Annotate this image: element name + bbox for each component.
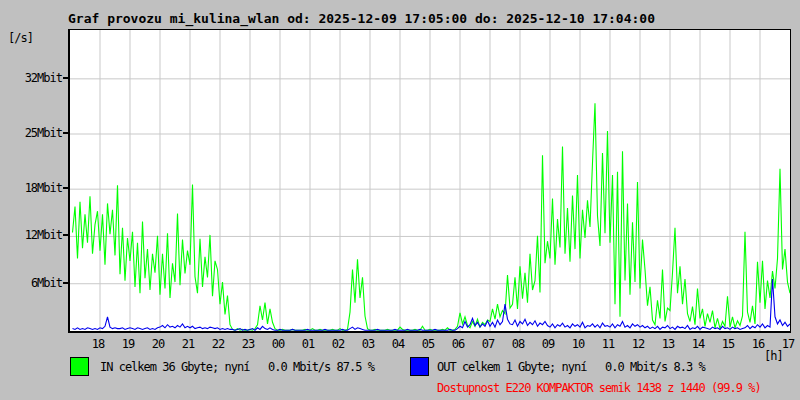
x-tick-label: 23 bbox=[233, 337, 263, 351]
legend-in-swatch bbox=[70, 357, 89, 376]
x-tick-label: 09 bbox=[533, 337, 563, 351]
x-tick-label: 22 bbox=[203, 337, 233, 351]
legend-in-label: IN celkem 36 Gbyte; nyní 0.0 Mbit/s 87.5… bbox=[100, 360, 374, 374]
x-tick-label: 13 bbox=[653, 337, 683, 351]
y-axis-tick bbox=[63, 234, 68, 236]
x-tick-label: 02 bbox=[323, 337, 353, 351]
x-tick-label: 12 bbox=[623, 337, 653, 351]
y-axis-tick bbox=[63, 282, 68, 284]
x-tick-label: 10 bbox=[563, 337, 593, 351]
plot-area bbox=[68, 29, 791, 333]
x-tick-label: 03 bbox=[353, 337, 383, 351]
x-tick-label: 14 bbox=[683, 337, 713, 351]
availability-text: Dostupnost E220 KOMPAKTOR semik 1438 z 1… bbox=[437, 381, 761, 395]
y-tick-label: 6Mbit bbox=[0, 276, 62, 290]
x-tick-label: 06 bbox=[443, 337, 473, 351]
x-tick-label: 04 bbox=[383, 337, 413, 351]
x-axis-unit-label: [h] bbox=[764, 349, 783, 363]
y-axis-tick bbox=[63, 132, 68, 134]
series-out-line bbox=[73, 279, 791, 330]
graph-title: Graf provozu mi_kulina_wlan od: 2025-12-… bbox=[68, 11, 655, 26]
traffic-svg bbox=[70, 30, 790, 331]
x-tick-label: 07 bbox=[473, 337, 503, 351]
x-tick-label: 01 bbox=[293, 337, 323, 351]
x-tick-label: 19 bbox=[113, 337, 143, 351]
y-tick-label: 32Mbit bbox=[0, 71, 62, 85]
legend-out-label: OUT celkem 1 Gbyte; nyní 0.0 Mbit/s 8.3 … bbox=[437, 360, 705, 374]
y-tick-label: 18Mbit bbox=[0, 181, 62, 195]
x-tick-label: 11 bbox=[593, 337, 623, 351]
y-axis-tick bbox=[63, 77, 68, 79]
x-tick-label: 05 bbox=[413, 337, 443, 351]
x-tick-label: 15 bbox=[713, 337, 743, 351]
y-tick-label: 25Mbit bbox=[0, 126, 62, 140]
legend-out-swatch bbox=[410, 357, 429, 376]
x-tick-label: 21 bbox=[173, 337, 203, 351]
x-tick-label: 08 bbox=[503, 337, 533, 351]
x-tick-label: 18 bbox=[83, 337, 113, 351]
y-axis-tick bbox=[63, 187, 68, 189]
traffic-graph-page: Graf provozu mi_kulina_wlan od: 2025-12-… bbox=[0, 0, 800, 400]
y-axis-unit-label: [/s] bbox=[8, 31, 33, 45]
y-tick-label: 12Mbit bbox=[0, 228, 62, 242]
series-in-line bbox=[73, 103, 791, 330]
x-tick-label: 20 bbox=[143, 337, 173, 351]
x-tick-label: 00 bbox=[263, 337, 293, 351]
